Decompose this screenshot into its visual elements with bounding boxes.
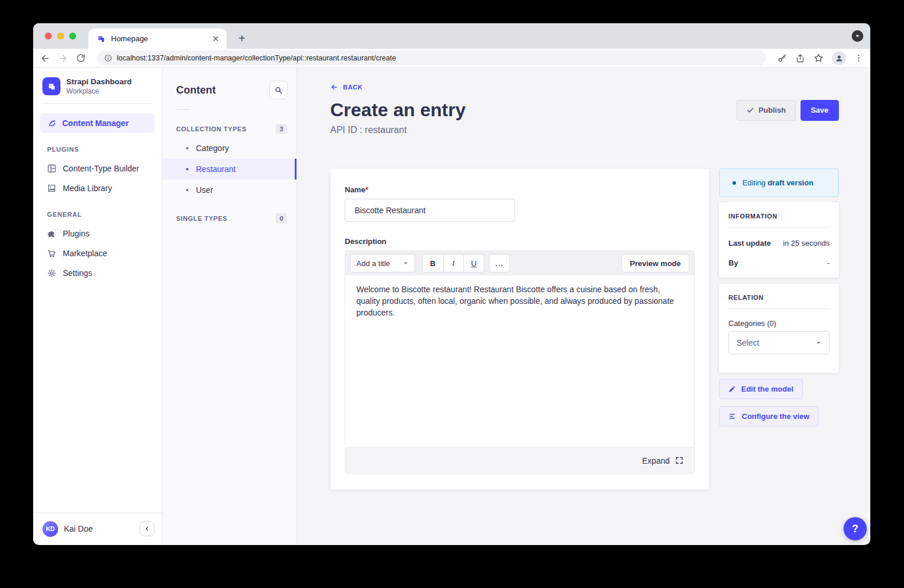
sidebar-item-marketplace[interactable]: Marketplace [33, 243, 162, 263]
strapi-favicon [97, 34, 106, 44]
sidebar-item-label: Media Library [63, 184, 112, 193]
bold-button[interactable]: B [423, 254, 443, 272]
sidebar-item-settings[interactable]: Settings [33, 263, 162, 283]
subnav-item-label: Category [196, 144, 229, 153]
arrow-left-icon [330, 83, 338, 91]
browser-window: Homepage ✕ + localhost:1337/admin/conten… [33, 23, 870, 545]
browser-toolbar: localhost:1337/admin/content-manager/col… [33, 49, 870, 68]
rich-text-editor: Add a title B I U ... Preview mode We [345, 250, 695, 474]
subnav-item-label: User [196, 185, 213, 195]
configure-view-button[interactable]: Configure the view [719, 406, 819, 426]
last-update-label: Last update [728, 239, 771, 248]
main-content: BACK Create an entry Publish Save API ID… [297, 68, 870, 544]
tabstrip-chevron-icon[interactable] [852, 30, 863, 42]
user-row: KD Kai Doe [33, 512, 162, 544]
puzzle-icon [47, 229, 56, 238]
description-textarea[interactable]: Welcome to Biscotte restaurant! Restaura… [345, 275, 694, 447]
subnav-item-label: Restaurant [196, 164, 235, 174]
collection-types-count-badge: 3 [276, 124, 287, 134]
key-icon[interactable] [777, 53, 787, 63]
back-link[interactable]: BACK [330, 83, 363, 91]
save-button[interactable]: Save [801, 100, 839, 121]
subnav-item-user[interactable]: User [162, 180, 296, 200]
tab-strip: Homepage ✕ + [33, 23, 870, 49]
pencil-icon [728, 385, 736, 393]
subnav-item-category[interactable]: Category [162, 138, 296, 159]
divider [176, 109, 190, 110]
sidebar-section-general: GENERAL [33, 198, 162, 224]
minimize-window-button[interactable] [57, 33, 64, 40]
new-tab-button[interactable]: + [234, 31, 249, 46]
configure-lines-icon [728, 413, 737, 420]
bookmark-star-icon[interactable] [813, 53, 824, 63]
information-card: INFORMATION Last update in 25 seconds By… [719, 202, 839, 278]
sidebar-item-label: Settings [63, 268, 92, 278]
close-window-button[interactable] [45, 33, 52, 40]
sidebar-item-plugins[interactable]: Plugins [33, 224, 162, 243]
italic-button[interactable]: I [443, 254, 463, 272]
entry-form-card: Name* Description Add a title B I [330, 168, 709, 490]
pen-icon [47, 119, 56, 128]
chevron-down-icon [816, 340, 821, 346]
browser-menu-icon[interactable] [854, 53, 863, 63]
api-id-subtitle: API ID : restaurant [330, 125, 839, 135]
chevron-down-icon [403, 260, 409, 266]
url-text: localhost:1337/admin/content-manager/col… [117, 54, 396, 62]
search-button[interactable] [269, 81, 288, 99]
collection-types-label: COLLECTION TYPES [176, 126, 246, 132]
title-style-select[interactable]: Add a title [350, 254, 415, 273]
sidebar-item-content-manager[interactable]: Content Manager [40, 113, 155, 133]
preview-mode-button[interactable]: Preview mode [621, 254, 689, 273]
bullet-icon [186, 189, 188, 191]
user-avatar[interactable]: KD [42, 521, 58, 537]
name-field-label: Name* [345, 185, 368, 194]
strapi-logo-icon [42, 77, 60, 95]
relation-card: RELATION Categories (0) Select [719, 284, 839, 373]
by-label: By [728, 259, 738, 267]
more-formatting-button[interactable]: ... [489, 254, 510, 273]
maximize-window-button[interactable] [69, 33, 76, 40]
back-nav-icon[interactable] [40, 53, 50, 63]
content-subnav: Content COLLECTION TYPES 3 Category Rest… [162, 68, 297, 544]
share-icon[interactable] [795, 53, 805, 63]
bullet-icon [186, 168, 188, 170]
main-sidebar: Strapi Dashboard Workplace Content Manag… [33, 68, 162, 544]
sidebar-item-media-library[interactable]: Media Library [33, 178, 162, 198]
image-icon [47, 184, 56, 193]
chevron-left-icon [144, 526, 150, 532]
status-dot-icon [733, 181, 736, 185]
close-tab-icon[interactable]: ✕ [210, 34, 221, 44]
reload-icon[interactable] [76, 53, 85, 63]
brand-title: Strapi Dashboard [66, 77, 132, 87]
underline-button[interactable]: U [463, 254, 484, 272]
expand-label[interactable]: Expand [642, 456, 670, 465]
user-name: Kai Doe [64, 524, 134, 533]
publish-button[interactable]: Publish [737, 100, 796, 121]
single-types-label: SINGLE TYPES [176, 215, 227, 222]
last-update-value: in 25 seconds [783, 239, 830, 248]
help-button[interactable]: ? [844, 517, 867, 540]
window-controls[interactable] [45, 33, 76, 40]
tab-title: Homepage [111, 34, 205, 43]
categories-select[interactable]: Select [728, 331, 830, 354]
sidebar-item-content-type-builder[interactable]: Content-Type Builder [33, 159, 162, 178]
profile-avatar-icon[interactable] [832, 51, 846, 65]
by-value: - [827, 259, 830, 267]
name-input[interactable] [345, 199, 515, 222]
categories-label: Categories (0) [728, 319, 830, 328]
sidebar-item-label: Plugins [63, 229, 90, 238]
single-types-count-badge: 0 [276, 213, 287, 224]
check-icon [746, 106, 754, 114]
edit-model-button[interactable]: Edit the model [719, 379, 803, 399]
page-title: Create an entry [330, 99, 466, 121]
site-info-icon[interactable] [104, 54, 112, 62]
url-bar[interactable]: localhost:1337/admin/content-manager/col… [97, 51, 766, 66]
entry-aside: Editing draft version INFORMATION Last u… [719, 168, 839, 426]
required-asterisk: * [365, 185, 368, 194]
gear-icon [47, 268, 56, 278]
collapse-sidebar-button[interactable] [140, 521, 155, 536]
browser-tab[interactable]: Homepage ✕ [88, 28, 227, 49]
subnav-item-restaurant[interactable]: Restaurant [162, 159, 296, 180]
forward-nav-icon[interactable] [58, 53, 68, 63]
expand-icon[interactable] [675, 456, 684, 465]
